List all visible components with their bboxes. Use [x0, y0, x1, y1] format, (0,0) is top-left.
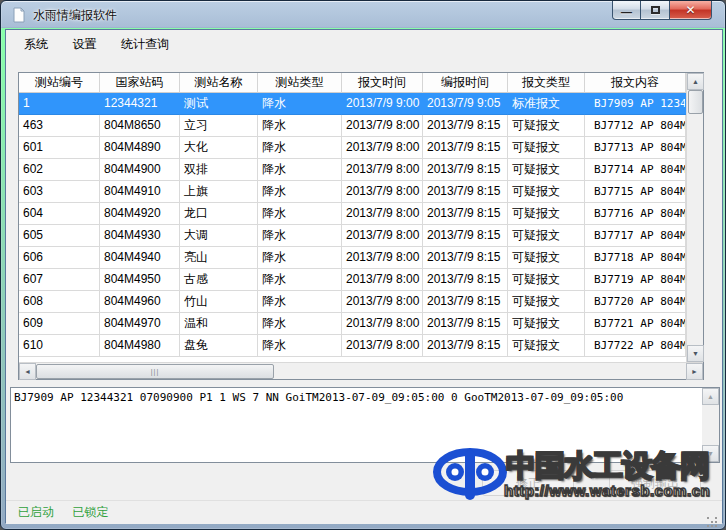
cell: BJ7719 AP 804M4950: [585, 269, 686, 291]
cell: 可疑报文: [508, 269, 585, 291]
cell: 2013/7/9 8:00: [342, 181, 423, 203]
cell: BJ7718 AP 804M4940: [585, 247, 686, 269]
message-content-box[interactable]: BJ7909 AP 12344321 07090900 P1 1 WS 7 NN…: [10, 387, 720, 463]
cell: 2013/7/9 8:00: [342, 313, 423, 335]
cell: 804M4900: [100, 159, 180, 181]
cell: 大调: [180, 225, 258, 247]
menu-item-system[interactable]: 系统: [14, 33, 58, 56]
status-bar: 已启动 已锁定: [6, 500, 722, 524]
force-output-button[interactable]: 强制输出: [609, 470, 701, 496]
menu-item-statistics-query[interactable]: 统计查询: [111, 33, 179, 56]
column-header[interactable]: 测站编号: [19, 73, 100, 93]
column-header[interactable]: 测站类型: [258, 73, 342, 93]
cell: 立习: [180, 115, 258, 137]
title-bar[interactable]: 水雨情编报软件 — ✕: [1, 1, 725, 29]
cell: 2013/7/9 8:00: [342, 137, 423, 159]
cell: 605: [19, 225, 100, 247]
table-row[interactable]: 604804M4920龙口降水2013/7/9 8:002013/7/9 8:1…: [19, 203, 686, 225]
minimize-button[interactable]: —: [612, 1, 641, 20]
app-window: 水雨情编报软件 — ✕ 系统 设置 统计查询 测站编号国家站码测站名称测站类型报…: [0, 0, 726, 530]
cell: 2013/7/9 8:00: [342, 159, 423, 181]
cell: 降水: [258, 313, 342, 335]
cell: 降水: [258, 159, 342, 181]
table-row[interactable]: 606804M4940亮山降水2013/7/9 8:002013/7/9 8:1…: [19, 247, 686, 269]
scroll-down-button[interactable]: ▼: [702, 445, 719, 462]
cell: 可疑报文: [508, 313, 585, 335]
cell: 804M4910: [100, 181, 180, 203]
correct-button[interactable]: 修正: [482, 470, 574, 496]
cell: 温和: [180, 313, 258, 335]
minimize-icon: —: [621, 6, 632, 18]
scroll-down-button[interactable]: ▼: [687, 345, 704, 362]
cell: BJ7714 AP 804M4900: [585, 159, 686, 181]
column-header[interactable]: 报文时间: [342, 73, 423, 93]
cell: 804M4950: [100, 269, 180, 291]
table-row[interactable]: 608804M4960竹山降水2013/7/9 8:002013/7/9 8:1…: [19, 291, 686, 313]
table-row[interactable]: 601804M4890大化降水2013/7/9 8:002013/7/9 8:1…: [19, 137, 686, 159]
scroll-up-button[interactable]: ▲: [687, 73, 704, 90]
table-row[interactable]: 605804M4930大调降水2013/7/9 8:002013/7/9 8:1…: [19, 225, 686, 247]
table-row[interactable]: 607804M4950古感降水2013/7/9 8:002013/7/9 8:1…: [19, 269, 686, 291]
table-row[interactable]: 610804M4980盘免降水2013/7/9 8:002013/7/9 8:1…: [19, 335, 686, 357]
cell: 2013/7/9 8:00: [342, 335, 423, 357]
table-row[interactable]: 603804M4910上旗降水2013/7/9 8:002013/7/9 8:1…: [19, 181, 686, 203]
cell: 2013/7/9 8:15: [423, 159, 508, 181]
vertical-scroll-thumb[interactable]: [688, 90, 703, 114]
cell: 609: [19, 313, 100, 335]
cell: 古感: [180, 269, 258, 291]
cell: 804M4960: [100, 291, 180, 313]
column-header[interactable]: 报文类型: [508, 73, 585, 93]
table-row[interactable]: 609804M4970温和降水2013/7/9 8:002013/7/9 8:1…: [19, 313, 686, 335]
menu-item-settings[interactable]: 设置: [62, 33, 106, 56]
column-header[interactable]: 报文内容: [585, 73, 686, 93]
cell: 双排: [180, 159, 258, 181]
scroll-left-button[interactable]: ◄: [19, 363, 36, 380]
scroll-left-icon: ◄: [24, 368, 31, 375]
cell: 2013/7/9 8:00: [342, 225, 423, 247]
table-header-row: 测站编号国家站码测站名称测站类型报文时间编报时间报文类型报文内容: [19, 73, 686, 93]
cell: BJ7909 AP 12344321: [585, 93, 686, 115]
cell: 可疑报文: [508, 203, 585, 225]
cell: 降水: [258, 225, 342, 247]
scroll-up-button[interactable]: ▲: [702, 388, 719, 405]
client-area: 系统 设置 统计查询 测站编号国家站码测站名称测站类型报文时间编报时间报文类型报…: [5, 29, 723, 523]
cell: 2013/7/9 8:00: [342, 247, 423, 269]
menu-bar: 系统 设置 统计查询: [6, 30, 722, 56]
station-report-table: 测站编号国家站码测站名称测站类型报文时间编报时间报文类型报文内容 1123443…: [18, 72, 704, 380]
horizontal-scroll-thumb[interactable]: |||: [36, 364, 274, 379]
cell: BJ7715 AP 804M4910: [585, 181, 686, 203]
cell: 2013/7/9 8:00: [342, 115, 423, 137]
column-header[interactable]: 测站名称: [180, 73, 258, 93]
table-grid: 测站编号国家站码测站名称测站类型报文时间编报时间报文类型报文内容 1123443…: [19, 73, 686, 362]
cell: 降水: [258, 181, 342, 203]
table-row[interactable]: 112344321测试降水2013/7/9 9:002013/7/9 9:05标…: [19, 93, 686, 115]
scroll-up-icon: ▲: [707, 393, 714, 400]
cell: 804M4940: [100, 247, 180, 269]
cell: 可疑报文: [508, 181, 585, 203]
column-header[interactable]: 编报时间: [423, 73, 508, 93]
scroll-down-icon: ▼: [707, 450, 714, 457]
scroll-right-button[interactable]: ►: [686, 363, 703, 380]
cell: BJ7722 AP 804M4980: [585, 335, 686, 357]
cell: 可疑报文: [508, 247, 585, 269]
cell: 608: [19, 291, 100, 313]
cell: 603: [19, 181, 100, 203]
table-vertical-scrollbar[interactable]: ▲ ▼: [686, 73, 703, 362]
message-box-scrollbar[interactable]: ▲ ▼: [702, 388, 719, 462]
maximize-button[interactable]: [641, 1, 670, 20]
cell: BJ7717 AP 804M4930: [585, 225, 686, 247]
cell: 601: [19, 137, 100, 159]
cell: 2013/7/9 8:15: [423, 203, 508, 225]
cell: BJ7720 AP 804M4960: [585, 291, 686, 313]
cell: 2013/7/9 8:15: [423, 181, 508, 203]
close-button[interactable]: ✕: [670, 1, 712, 20]
resize-grip[interactable]: [707, 517, 709, 519]
table-row[interactable]: 602804M4900双排降水2013/7/9 8:002013/7/9 8:1…: [19, 159, 686, 181]
status-locked: 已锁定: [72, 501, 108, 524]
table-horizontal-scrollbar[interactable]: ◄ ||| ►: [19, 362, 703, 379]
column-header[interactable]: 国家站码: [100, 73, 180, 93]
table-row[interactable]: 463804M8650立习降水2013/7/9 8:002013/7/9 8:1…: [19, 115, 686, 137]
cell: 上旗: [180, 181, 258, 203]
cell: 2013/7/9 9:05: [423, 93, 508, 115]
table-body: 112344321测试降水2013/7/9 9:002013/7/9 9:05标…: [19, 93, 686, 357]
